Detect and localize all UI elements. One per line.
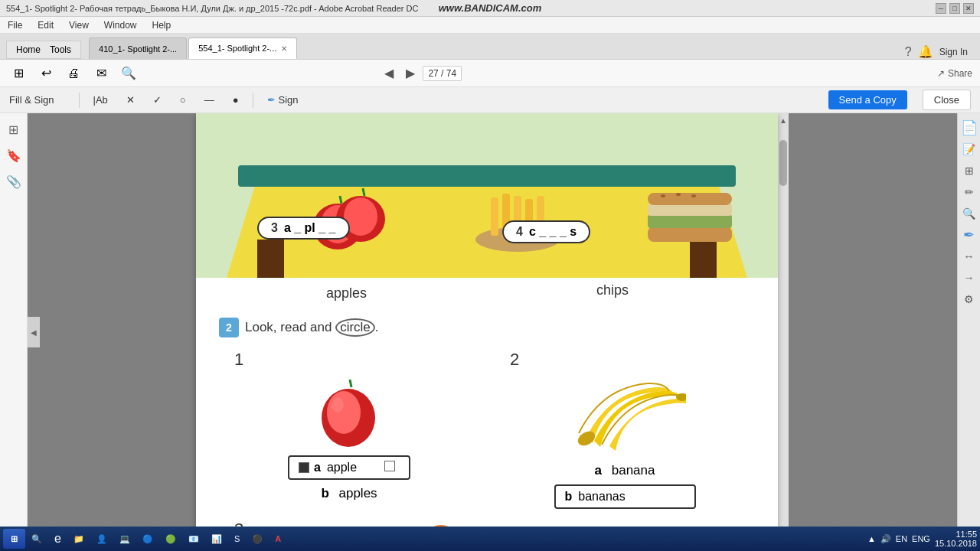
help-icon[interactable]: ? (905, 45, 912, 59)
exercise-item-1: 1 a appl (227, 350, 472, 512)
taskbar-pdf[interactable]: A (269, 529, 287, 549)
signin-button[interactable]: Sign In (939, 47, 968, 57)
separator-2 (253, 93, 253, 108)
email-button[interactable]: ✉ (90, 63, 112, 84)
menu-window[interactable]: Window (101, 18, 140, 32)
tool-dot[interactable]: ● (228, 92, 243, 108)
right-tool-6[interactable]: ✒ (961, 227, 978, 243)
maximize-button[interactable]: □ (949, 3, 960, 14)
svg-point-22 (676, 193, 681, 196)
thumbnail-view-button[interactable]: ⊞ (8, 63, 29, 84)
taskbar-search[interactable]: 🔍 (25, 529, 48, 549)
circle-word: circle (335, 318, 375, 337)
tool-check[interactable]: ✓ (149, 92, 166, 108)
notification-icon[interactable]: 🔔 (918, 44, 933, 59)
section-2: 2 Look, read and circle. 1 (196, 306, 778, 512)
taskbar-app1[interactable]: 💻 (113, 529, 136, 549)
item-2-number: 2 (510, 350, 519, 370)
blank-4-area: chips (550, 282, 629, 302)
right-tool-3[interactable]: ⊞ (961, 162, 978, 179)
pdf-viewer: ◀ (28, 113, 957, 551)
blank-row-3: 3 a _ pl _ _ (257, 217, 350, 240)
menu-view[interactable]: View (66, 18, 92, 32)
sidebar-pages-icon[interactable]: ⊞ (4, 119, 24, 139)
tool-circle[interactable]: ○ (175, 92, 191, 108)
print-button[interactable]: 🖨 (63, 63, 84, 84)
sidebar-attachments-icon[interactable]: 📎 (4, 171, 24, 191)
blank-3-area: apples (257, 282, 367, 302)
right-tool-5[interactable]: 🔍 (961, 205, 978, 222)
checkbox-b (384, 461, 400, 474)
tab-file-1[interactable]: 410_1- Spotlight 2-... (89, 37, 187, 59)
scrollbar[interactable]: ▲ ▼ (778, 113, 789, 551)
tool-tab[interactable]: |Ab (89, 92, 113, 108)
right-tool-4[interactable]: ✏ (961, 184, 978, 201)
svg-point-26 (327, 391, 361, 434)
taskbar-app5[interactable]: 📊 (205, 529, 228, 549)
taskbar-person[interactable]: 👤 (90, 529, 113, 549)
right-tool-1[interactable]: 📄 (961, 119, 978, 136)
next-page-button[interactable]: ▶ (401, 64, 420, 83)
share-button[interactable]: ↗ Share (937, 68, 972, 79)
tray-eng: ENG (912, 534, 930, 543)
clock-date: 15.10.2018 (935, 539, 977, 548)
table-illustration: 3 a _ pl _ _ 4 c _ _ _ s (196, 113, 778, 278)
svg-line-9 (340, 196, 341, 204)
send-copy-button[interactable]: Send a Copy (828, 90, 907, 109)
taskbar-ie[interactable]: e (48, 529, 67, 549)
minimize-button[interactable]: ─ (936, 3, 946, 14)
home-link[interactable]: Home (16, 44, 41, 55)
svg-point-23 (691, 194, 696, 197)
tray-expand[interactable]: ▲ (867, 534, 876, 543)
taskbar-app2[interactable]: 🔵 (136, 529, 159, 549)
sidebar-bookmarks-icon[interactable]: 🔖 (4, 145, 24, 165)
taskbar-app6[interactable]: S (228, 529, 246, 549)
menubar: File Edit View Window Help (0, 17, 980, 34)
table-scene-svg (196, 113, 778, 278)
close-window-button[interactable]: ✕ (963, 3, 974, 14)
taskbar-folder[interactable]: 📁 (67, 529, 90, 549)
sign-tool[interactable]: ✒ Sign (263, 92, 303, 108)
tray-lang[interactable]: EN (896, 534, 907, 543)
tools-link[interactable]: Tools (50, 44, 71, 55)
right-tool-9[interactable]: ⚙ (961, 291, 978, 308)
taskbar-tray: ▲ 🔊 EN ENG 11:55 15.10.2018 (867, 530, 977, 548)
tab-2-label: 554_1- Spotlight 2-... (198, 44, 276, 53)
right-tool-8[interactable]: → (961, 269, 978, 286)
pdf-page: 3 a _ pl _ _ 4 c _ _ _ s (196, 113, 778, 551)
svg-rect-19 (648, 204, 732, 216)
separator-1 (79, 93, 80, 108)
choice-a-apple[interactable]: a apple (288, 455, 410, 480)
tab-home-tools: Home Tools (6, 41, 81, 59)
scroll-thumb[interactable] (779, 140, 787, 186)
section-2-title: Look, read and circle. (245, 318, 379, 337)
menu-help[interactable]: Help (149, 18, 175, 32)
collapse-panel-button[interactable]: ◀ (28, 317, 40, 347)
tool-cross[interactable]: ✕ (122, 92, 139, 108)
taskbar-app3[interactable]: 🟢 (159, 529, 182, 549)
svg-rect-3 (257, 240, 284, 278)
back-button[interactable]: ↩ (35, 63, 57, 84)
section2-header: 2 Look, read and circle. (219, 318, 755, 337)
tab-file-2[interactable]: 554_1- Spotlight 2-... ✕ (188, 37, 297, 59)
prev-page-button[interactable]: ◀ (380, 64, 398, 83)
search-button[interactable]: 🔍 (118, 63, 139, 84)
page-number[interactable]: 27 / 74 (423, 66, 462, 81)
tray-network[interactable]: 🔊 (880, 534, 891, 544)
taskbar-app7[interactable]: ⚫ (246, 529, 269, 549)
menu-edit[interactable]: Edit (34, 18, 57, 32)
menu-file[interactable]: File (5, 18, 25, 32)
close-fillsign-button[interactable]: Close (923, 90, 971, 110)
tab-close-icon[interactable]: ✕ (281, 44, 287, 53)
scroll-up-button[interactable]: ▲ (779, 116, 787, 125)
windows-icon: ⊞ (11, 534, 18, 544)
right-tool-7[interactable]: ↔ (961, 248, 978, 265)
taskbar-app4[interactable]: 📧 (182, 529, 205, 549)
tool-line[interactable]: — (200, 92, 219, 108)
choice-text-apples: apples (339, 486, 377, 500)
choice-b-bananas[interactable]: b bananas (554, 484, 696, 509)
share-icon: ↗ (937, 68, 945, 79)
start-button[interactable]: ⊞ (3, 529, 25, 549)
right-tool-2[interactable]: 📝 (961, 141, 978, 158)
fill-blank-section: 3 a _ pl _ _ (257, 217, 350, 240)
